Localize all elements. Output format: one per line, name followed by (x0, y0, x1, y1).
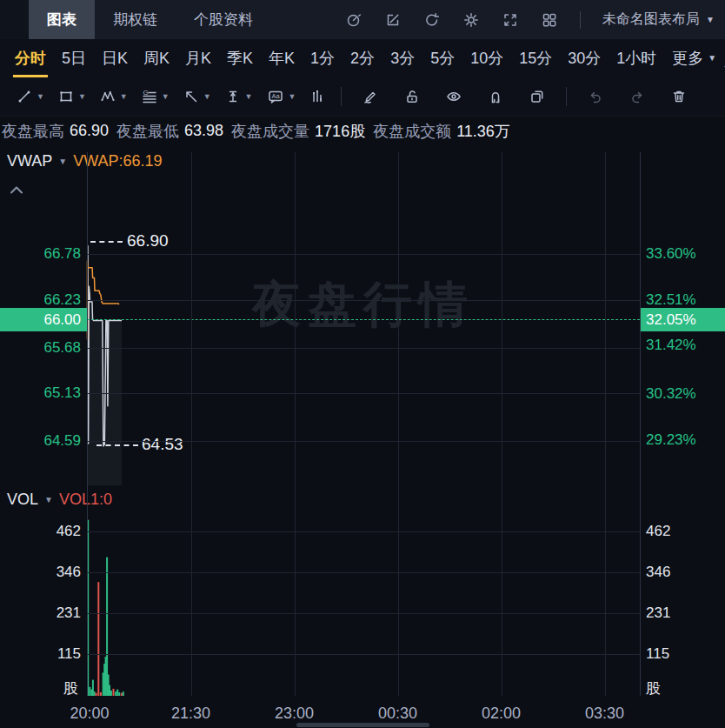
current-price-dash-line (87, 319, 640, 320)
v-gridline (398, 152, 399, 696)
time-axis-label: 21:30 (171, 705, 210, 723)
timeframe-item-7[interactable]: 1分 (303, 39, 343, 77)
timeframe-item-10[interactable]: 5分 (422, 39, 462, 77)
price-axis-label: 65.13 (0, 384, 81, 403)
time-axis-label: 23:00 (275, 705, 314, 723)
fib-lines-icon[interactable]: G ▼ (134, 88, 176, 105)
volume-axis-label-right: 462 (646, 522, 670, 541)
continue-draw-icon[interactable] (516, 88, 558, 105)
magnet-icon[interactable] (475, 88, 516, 105)
timeframe-item-13[interactable]: 30分 (560, 39, 609, 77)
vwap-indicator-select[interactable]: VWAP (7, 152, 52, 170)
h-gridline (87, 441, 640, 442)
timeframe-item-12[interactable]: 15分 (511, 39, 560, 77)
vol-value: VOL1:0 (59, 491, 112, 509)
chevron-down-icon: ▼ (78, 93, 86, 101)
horizontal-scrollbar-thumb[interactable] (296, 723, 429, 727)
trend-line-icon[interactable]: ▼ (9, 88, 50, 105)
timeframe-item-3[interactable]: 周K (136, 39, 177, 77)
toolbar-divider (566, 87, 567, 106)
top-nav: 图表期权链个股资料 未命名图表布局 ▼ (0, 0, 725, 39)
v-gridline (605, 152, 606, 696)
text-annotation-icon[interactable]: Aa ▼ (259, 88, 303, 105)
visibility-icon[interactable] (433, 88, 475, 105)
chevron-down-icon: ▼ (245, 93, 253, 101)
toolbar-divider (341, 87, 342, 106)
vwap-indicator-row: VWAP ▼ VWAP:66.19 (7, 152, 163, 170)
chevron-down-icon: ▼ (44, 496, 53, 504)
chevron-down-icon: ▼ (289, 93, 296, 101)
topnav-tab-1[interactable]: 期权链 (95, 0, 176, 39)
chevron-down-icon: ▼ (58, 157, 67, 166)
chart-area: 夜盘行情 VWAP ▼ VWAP:66.19 VOL ▼ VOL1:0 66.9… (0, 145, 725, 728)
pattern-icon[interactable] (302, 88, 333, 105)
volume-axis-label-left: 462 (0, 522, 81, 541)
price-axis-label: 66.23 (0, 291, 81, 310)
axis-line (87, 152, 88, 696)
info-label-1: 夜盘最低 (116, 121, 179, 142)
session-high-label: 66.90 (127, 231, 169, 250)
chevron-down-icon: ▼ (203, 93, 211, 101)
timeframe-item-8[interactable]: 2分 (343, 39, 382, 77)
v-gridline (502, 152, 502, 696)
time-axis-label: 03:30 (585, 705, 624, 723)
volume-unit-right: 股 (646, 678, 661, 698)
rectangle-icon[interactable]: ▼ (50, 88, 92, 105)
info-value-0: 66.90 (70, 122, 109, 140)
topnav-tab-2[interactable]: 个股资料 (176, 0, 271, 39)
layout-grid-icon[interactable] (541, 11, 558, 29)
pct-axis-label: 31.42% (646, 336, 696, 355)
drawing-toolbar: ▼ ▼ ▼ G ▼ ▼ ▼ Aa ▼ (0, 77, 725, 117)
chevron-down-icon: ▼ (708, 54, 716, 63)
unlock-icon[interactable] (391, 88, 433, 105)
timeframe-item-14[interactable]: 1小时 (609, 39, 664, 77)
refresh-icon[interactable] (423, 11, 441, 29)
topnav-icon-group: 未命名图表布局 ▼ (345, 0, 725, 39)
timeframe-item-11[interactable]: 10分 (462, 39, 511, 77)
delete-icon[interactable] (658, 88, 700, 105)
chart-layout-select[interactable]: 未命名图表布局 ▼ (602, 10, 715, 29)
timeframe-item-2[interactable]: 日K (94, 39, 136, 77)
pct-axis-label: 29.23% (646, 431, 696, 450)
redo-icon[interactable] (616, 88, 658, 105)
timeframe-item-5[interactable]: 季K (219, 39, 261, 77)
session-low-label: 64.53 (142, 435, 183, 454)
timeframe-more-button[interactable]: 更多 ▼ (664, 39, 724, 77)
timeframe-item-9[interactable]: 3分 (382, 39, 422, 77)
timeframe-item-6[interactable]: 年K (261, 39, 303, 77)
price-axis-label: 66.78 (0, 244, 81, 264)
timeframe-item-0[interactable]: 分时 (7, 39, 54, 77)
collapse-chevron-up-icon[interactable] (9, 184, 24, 199)
session-stats-line: 夜盘最高66.90夜盘最低63.98夜盘成交量1716股夜盘成交额11.36万 (0, 117, 725, 145)
arrow-icon[interactable]: ▼ (176, 88, 217, 105)
timeframe-item-1[interactable]: 5日 (54, 39, 94, 77)
undo-icon[interactable] (575, 88, 616, 105)
timeframe-items: 分时5日日K周K月K季K年K1分2分3分5分10分15分30分1小时 (7, 39, 664, 77)
info-value-3: 11.36万 (456, 121, 510, 142)
more-label: 更多 (672, 48, 703, 69)
timeframe-item-4[interactable]: 月K (177, 39, 219, 77)
pct-axis-label: 32.51% (646, 291, 696, 310)
session-high-dash-line (90, 241, 123, 243)
topnav-tab-0[interactable]: 图表 (29, 0, 95, 39)
volume-axis-label-right: 115 (646, 645, 669, 664)
time-axis-label: 00:30 (378, 705, 417, 723)
settings-icon[interactable] (462, 11, 480, 29)
fullscreen-icon[interactable] (502, 11, 519, 29)
h-gridline (87, 393, 640, 394)
axis-line (640, 152, 641, 696)
wave-icon[interactable]: ▼ (92, 88, 134, 105)
brush-icon[interactable] (349, 88, 391, 105)
gauge-icon[interactable] (345, 11, 362, 29)
h-gridline (87, 300, 640, 301)
chevron-down-icon: ▼ (162, 93, 170, 101)
volume-unit-left: 股 (0, 678, 78, 698)
volume-axis-label-right: 231 (646, 604, 670, 623)
measure-icon[interactable]: ▼ (217, 88, 259, 105)
pct-axis-label: 30.32% (646, 384, 696, 404)
layout-label: 未命名图表布局 (602, 10, 700, 29)
vol-indicator-select[interactable]: VOL (7, 491, 38, 509)
chevron-down-icon: ▼ (706, 16, 715, 24)
edit-icon[interactable] (384, 11, 402, 29)
price-axis-label: 64.59 (0, 431, 81, 451)
